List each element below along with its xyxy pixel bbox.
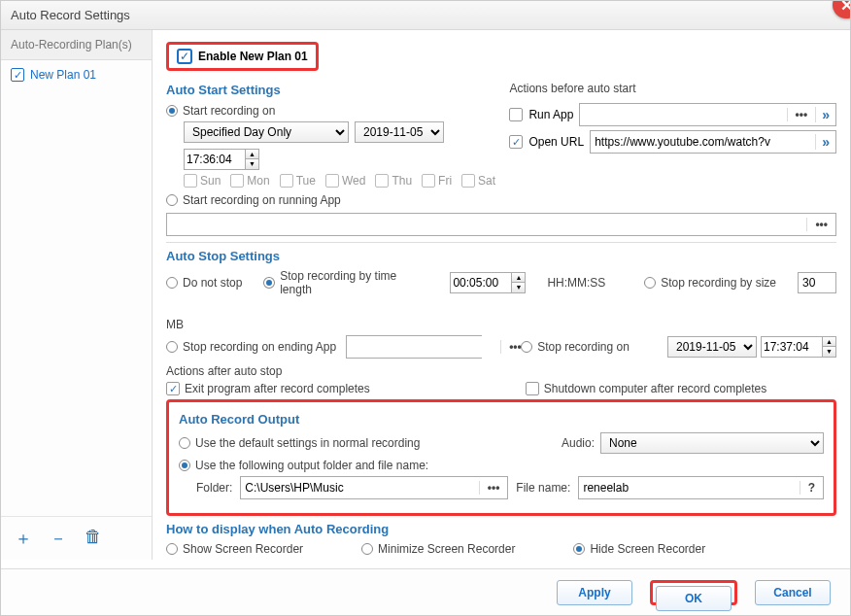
close-icon[interactable]: ✕ (833, 0, 851, 18)
run-app-label: Run App (528, 108, 573, 121)
start-time-input[interactable] (185, 150, 245, 169)
shutdown-after-row[interactable]: Shutdown computer after record completes (526, 382, 766, 395)
exit-after-row[interactable]: ✓Exit program after record completes (166, 382, 370, 395)
audio-select[interactable]: None (600, 432, 824, 454)
sidebar: Auto-Recording Plan(s) ✓ New Plan 01 ＋ －… (1, 30, 153, 560)
running-app-browse-icon[interactable]: ••• (806, 218, 835, 231)
actions-after-title: Actions after auto stop (166, 364, 836, 378)
stop-by-time-radio[interactable] (263, 277, 275, 289)
days-row: Sun Mon Tue Wed Thu Fri Sat (184, 174, 509, 188)
running-app-input[interactable] (167, 214, 806, 235)
enable-plan-label: Enable New Plan 01 (198, 50, 308, 63)
display-show-row[interactable]: Show Screen Recorder (166, 542, 303, 556)
start-time-spinner[interactable]: ▲▼ (184, 149, 259, 170)
stop-on-time-input[interactable] (762, 337, 822, 357)
day-sun-checkbox[interactable] (184, 174, 197, 188)
output-title: Auto Record Output (179, 412, 824, 427)
no-stop-radio[interactable] (166, 277, 178, 289)
sidebar-tools: ＋ － 🗑 (1, 516, 152, 560)
folder-input-wrap: ••• (240, 476, 508, 499)
run-app-browse-icon[interactable]: ••• (787, 108, 816, 121)
display-min-radio[interactable] (361, 543, 373, 555)
stop-by-time-row[interactable]: Stop recording by time length (263, 269, 428, 296)
stop-ending-app-radio[interactable] (166, 341, 178, 353)
apply-button[interactable]: Apply (557, 580, 632, 605)
filename-input-wrap: ? (578, 476, 824, 499)
filename-input[interactable] (579, 477, 799, 498)
window-title: Auto Record Settings (11, 8, 130, 22)
run-app-go-icon[interactable]: » (815, 107, 835, 122)
spin-down-icon[interactable]: ▼ (511, 283, 525, 292)
day-wed-checkbox[interactable] (325, 174, 339, 188)
stop-time-length-input[interactable] (451, 273, 511, 292)
spin-down-icon[interactable]: ▼ (822, 347, 835, 357)
stop-ending-app-row[interactable]: Stop recording on ending App (166, 340, 336, 354)
start-on-app-label: Start recording on running App (183, 193, 341, 207)
display-min-row[interactable]: Minimize Screen Recorder (361, 542, 515, 556)
folder-input[interactable] (241, 477, 478, 498)
display-show-radio[interactable] (166, 543, 178, 555)
sidebar-tab-plans[interactable]: Auto-Recording Plan(s) (1, 30, 152, 60)
ok-button-highlight: OK (650, 580, 737, 605)
open-url-go-icon[interactable]: » (815, 134, 835, 150)
start-on-radio[interactable] (166, 105, 178, 117)
open-url-checkbox[interactable]: ✓ (509, 135, 523, 149)
stop-time-spinner[interactable]: ▲▼ (450, 272, 526, 293)
spin-up-icon[interactable]: ▲ (511, 273, 525, 283)
display-hide-radio[interactable] (573, 543, 585, 555)
start-on-app-radio[interactable] (166, 194, 178, 206)
stop-size-input[interactable] (798, 272, 836, 293)
delete-plan-icon[interactable]: 🗑 (85, 527, 102, 550)
auto-start-title: Auto Start Settings (166, 83, 509, 97)
stop-on-date-radio[interactable] (521, 341, 532, 353)
stop-by-size-radio[interactable] (644, 277, 656, 289)
day-tue-checkbox[interactable] (280, 174, 293, 188)
day-fri-checkbox[interactable] (422, 174, 435, 188)
start-on-label: Start recording on (183, 104, 275, 118)
start-date-select[interactable]: 2019-11-05 (355, 121, 444, 143)
stop-on-date-row[interactable]: Stop recording on (521, 340, 630, 354)
output-custom-row[interactable]: Use the following output folder and file… (179, 459, 428, 472)
hhmmss-label: HH:MM:SS (547, 276, 605, 290)
filename-label: File name: (516, 481, 570, 495)
plan-list-item[interactable]: ✓ New Plan 01 (1, 60, 152, 89)
day-sat-checkbox[interactable] (461, 174, 475, 188)
spin-down-icon[interactable]: ▼ (245, 159, 258, 169)
run-app-input-wrap: ••• » (579, 103, 836, 126)
plan-checkbox-icon[interactable]: ✓ (11, 68, 24, 82)
day-thu-checkbox[interactable] (375, 174, 389, 188)
output-panel: Auto Record Output Use the default setti… (166, 399, 836, 516)
day-mon-checkbox[interactable] (230, 174, 244, 188)
schedule-select[interactable]: Specified Day Only (184, 121, 349, 143)
add-plan-icon[interactable]: ＋ (15, 527, 32, 550)
auto-stop-title: Auto Stop Settings (166, 249, 836, 263)
audio-label: Audio: (562, 436, 595, 450)
exit-after-checkbox[interactable]: ✓ (166, 382, 180, 395)
start-on-app-radio-row[interactable]: Start recording on running App (166, 193, 341, 207)
ok-button[interactable]: OK (656, 586, 732, 611)
run-app-checkbox[interactable] (509, 108, 523, 121)
open-url-input[interactable] (591, 131, 815, 153)
no-stop-row[interactable]: Do not stop (166, 276, 242, 290)
shutdown-after-checkbox[interactable] (526, 382, 539, 395)
spin-up-icon[interactable]: ▲ (822, 337, 835, 347)
spin-up-icon[interactable]: ▲ (245, 150, 258, 159)
actions-before-title: Actions before auto start (509, 82, 836, 95)
enable-plan-checkbox[interactable]: ✓ (177, 49, 192, 64)
stop-by-size-row[interactable]: Stop recording by size (644, 276, 776, 290)
remove-plan-icon[interactable]: － (50, 527, 67, 550)
filename-help-icon[interactable]: ? (800, 481, 823, 495)
cancel-button[interactable]: Cancel (755, 580, 831, 605)
ending-app-input-wrap: ••• (346, 335, 482, 359)
output-custom-radio[interactable] (179, 460, 190, 471)
ending-app-input[interactable] (347, 336, 500, 358)
stop-date-select[interactable]: 2019-11-05 (667, 336, 757, 358)
stop-on-time-spinner[interactable]: ▲▼ (761, 336, 836, 358)
start-on-radio-row[interactable]: Start recording on (166, 104, 275, 118)
output-default-row[interactable]: Use the default settings in normal recor… (179, 436, 420, 450)
display-hide-row[interactable]: Hide Screen Recorder (573, 542, 705, 556)
folder-browse-icon[interactable]: ••• (479, 481, 508, 495)
open-url-input-wrap: » (590, 130, 836, 154)
output-default-radio[interactable] (179, 437, 190, 449)
run-app-input[interactable] (580, 104, 786, 125)
